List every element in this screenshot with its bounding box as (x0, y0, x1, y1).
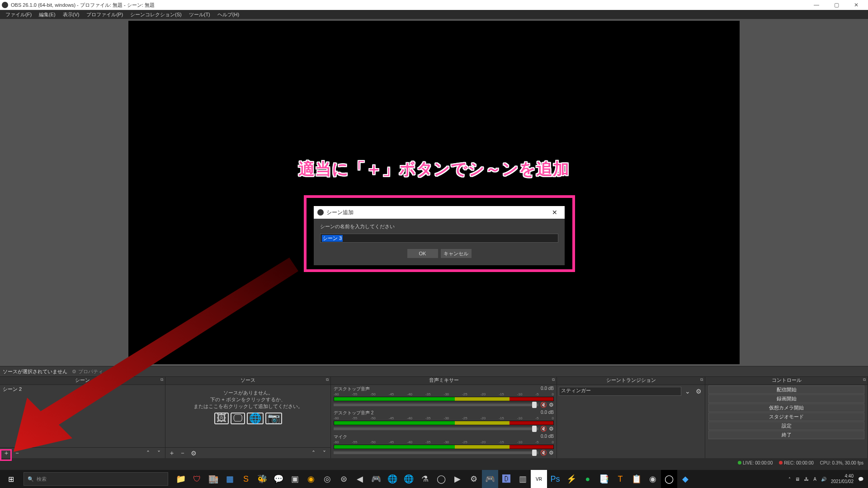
tb-app-icon[interactable]: ⚗ (417, 470, 433, 488)
menu-tools[interactable]: ツール(T) (185, 10, 214, 19)
filters-button[interactable]: ◐フィルタ (108, 368, 134, 375)
source-down-button[interactable]: ˅ (320, 449, 329, 458)
popout-icon[interactable]: ⧉ (700, 377, 703, 382)
transition-dropdown-icon[interactable]: ⌄ (683, 387, 692, 396)
tb-app-icon[interactable]: ◆ (677, 470, 693, 488)
scene-item[interactable]: シーン 2 (0, 385, 165, 394)
close-button[interactable]: ✕ (846, 0, 866, 10)
mixer-level: 0.0 dB (541, 386, 554, 392)
tb-app-icon[interactable]: ▥ (514, 470, 531, 488)
menu-profile[interactable]: プロファイル(P) (83, 10, 127, 19)
popout-icon[interactable]: ⧉ (326, 377, 329, 382)
tb-app-icon[interactable]: T (612, 470, 628, 488)
mixer-level: 0.0 dB (541, 434, 554, 440)
scenes-list[interactable]: シーン 2 (0, 385, 165, 447)
tb-app-icon[interactable]: Ps (547, 470, 563, 488)
source-up-button[interactable]: ˄ (309, 449, 318, 458)
popout-icon[interactable]: ⧉ (160, 377, 163, 382)
tb-app-icon[interactable]: ⚡ (563, 470, 580, 488)
scene-down-button[interactable]: ˅ (154, 449, 163, 458)
settings-button[interactable]: 設定 (708, 422, 864, 430)
tb-app-icon[interactable]: VR (531, 470, 547, 488)
remove-source-button[interactable]: － (178, 449, 187, 458)
tb-app-icon[interactable]: 🌐 (401, 470, 417, 488)
tb-app-icon[interactable]: ◯ (661, 470, 677, 488)
popout-icon[interactable]: ⧉ (863, 377, 866, 382)
add-source-button[interactable]: ＋ (167, 449, 176, 458)
menu-file[interactable]: ファイル(F) (2, 10, 35, 19)
transition-select[interactable]: スティンガー (559, 387, 681, 396)
tray-volume-icon[interactable]: 🔊 (821, 477, 826, 482)
start-button[interactable]: ⊞ (0, 470, 22, 488)
tb-app-icon[interactable]: ▣ (287, 470, 303, 488)
gear-icon[interactable]: ⚙ (549, 426, 554, 432)
tb-app-icon[interactable]: ◯ (433, 470, 449, 488)
exit-button[interactable]: 終了 (708, 431, 864, 439)
virtual-camera-button[interactable]: 仮想カメラ開始 (708, 404, 864, 412)
tb-app-icon[interactable]: 🛡 (189, 470, 205, 488)
menu-scene-collection[interactable]: シーンコレクション(S) (127, 10, 185, 19)
transition-settings-button[interactable]: ⚙ (694, 387, 703, 396)
add-scene-button[interactable]: ＋ (2, 449, 11, 458)
menu-bar: ファイル(F) 編集(E) 表示(V) プロファイル(P) シーンコレクション(… (0, 10, 868, 19)
image-icon: 🖼 (214, 413, 229, 424)
mixer-track: マイク0.0 dB -60-55-50-45-40-35-30-25-20-15… (331, 433, 557, 457)
tb-app-icon[interactable]: 🎮 (368, 470, 384, 488)
taskbar-clock[interactable]: 4:40 2021/01/02 (831, 474, 854, 484)
tb-app-icon[interactable]: ▦ (222, 470, 238, 488)
tb-app-icon[interactable]: ⊜ (335, 470, 352, 488)
popout-icon[interactable]: ⧉ (552, 377, 555, 382)
remove-scene-button[interactable]: － (13, 449, 22, 458)
gear-icon[interactable]: ⚙ (549, 450, 554, 456)
tray-chevron-icon[interactable]: ˄ (788, 477, 791, 482)
tb-app-icon[interactable]: ▶ (449, 470, 466, 488)
scene-name-input[interactable]: シーン 3 (320, 234, 558, 243)
scene-up-button[interactable]: ˄ (143, 449, 152, 458)
tb-app-icon[interactable]: S (238, 470, 254, 488)
studio-mode-button[interactable]: スタジオモード (708, 413, 864, 421)
gear-icon[interactable]: ⚙ (549, 402, 554, 408)
tb-app-icon[interactable]: ● (580, 470, 596, 488)
mixer-volume-slider[interactable] (334, 451, 538, 454)
start-stream-button[interactable]: 配信開始 (708, 385, 864, 394)
taskbar-search[interactable]: 🔍 検索 (24, 472, 168, 486)
tb-app-icon[interactable]: 🎮 (482, 470, 498, 488)
tray-monitor-icon[interactable]: 🖥 (795, 477, 800, 482)
mixer-volume-slider[interactable] (334, 427, 538, 430)
ok-button[interactable]: OK (407, 249, 438, 258)
tb-app-icon[interactable]: ◉ (645, 470, 661, 488)
properties-button[interactable]: ⚙プロパティ (72, 368, 103, 375)
sources-list[interactable]: ソースがありません。 下の + ボタンをクリックするか、 またはここを右クリック… (165, 385, 330, 447)
tb-app-icon[interactable]: 🅳 (498, 470, 514, 488)
tb-app-icon[interactable]: 🐝 (254, 470, 270, 488)
tray-ime-icon[interactable]: A (813, 477, 816, 482)
cancel-button[interactable]: キャンセル (441, 249, 472, 258)
tb-app-icon[interactable]: 🏬 (205, 470, 222, 488)
preview-canvas[interactable] (128, 21, 740, 364)
tb-app-icon[interactable]: 📑 (596, 470, 612, 488)
menu-view[interactable]: 表示(V) (59, 10, 83, 19)
mute-icon[interactable]: 🔇 (540, 402, 547, 408)
minimize-button[interactable]: — (807, 0, 826, 10)
start-record-button[interactable]: 録画開始 (708, 394, 864, 403)
dialog-close-button[interactable]: ✕ (548, 209, 561, 216)
tb-app-icon[interactable]: 💬 (270, 470, 287, 488)
menu-help[interactable]: ヘルプ(H) (214, 10, 243, 19)
gear-icon: ⚙ (72, 369, 76, 375)
mute-icon[interactable]: 🔇 (540, 450, 547, 456)
tray-network-icon[interactable]: 🖧 (804, 477, 809, 482)
tb-app-icon[interactable]: ⚙ (466, 470, 482, 488)
mute-icon[interactable]: 🔇 (540, 426, 547, 432)
mixer-volume-slider[interactable] (334, 404, 538, 406)
tb-app-icon[interactable]: ◎ (319, 470, 335, 488)
maximize-button[interactable]: ▢ (826, 0, 846, 10)
source-settings-button[interactable]: ⚙ (189, 449, 198, 458)
tb-app-icon[interactable]: 📁 (173, 470, 189, 488)
tb-app-icon[interactable]: ◀ (352, 470, 368, 488)
tb-app-icon[interactable]: 🌐 (384, 470, 401, 488)
tb-app-icon[interactable]: 📋 (628, 470, 645, 488)
tb-app-icon[interactable]: ◉ (303, 470, 319, 488)
menu-edit[interactable]: 編集(E) (35, 10, 59, 19)
controls-dock: コントロール⧉ 配信開始 録画開始 仮想カメラ開始 スタジオモード 設定 終了 (705, 377, 868, 458)
tray-notification-icon[interactable]: 💬 (858, 477, 863, 482)
